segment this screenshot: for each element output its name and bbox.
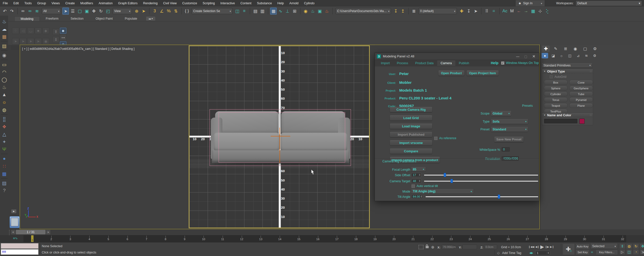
macro-recorder-field[interactable] [1,243,38,249]
camera-target-slider[interactable] [424,179,538,183]
wire-teapot-icon[interactable]: ♨ [2,83,6,91]
menu-group[interactable]: Group [34,0,49,7]
helpers-category[interactable]: ⊿ [575,53,581,58]
spheres-icon[interactable]: ❖ [2,123,6,130]
import-file-icon[interactable]: ↧ [392,8,399,15]
scene-states-icon[interactable]: ▦ [530,8,536,15]
align-icon[interactable]: ≡ [241,8,248,15]
select-by-name-icon[interactable]: ☰ [69,8,76,15]
go-to-end-icon[interactable]: ▶❙ [550,245,554,248]
ring-icon[interactable]: ◉ [42,38,49,45]
disc-tool-icon[interactable]: ◯ [2,76,7,83]
maximize-viewport-icon[interactable]: ⇲ [640,249,644,255]
named-sets-icon[interactable]: { } [184,8,190,15]
view-redo-icon[interactable]: → [523,8,529,15]
select-object-icon[interactable]: ➤ [62,8,69,15]
pick-face-icon[interactable]: ➤ [27,38,34,45]
primitive-button-cone[interactable]: Cone [569,80,593,85]
tilt-angle-spinner[interactable]: 84.00▲▼ [411,195,423,199]
camera-target-spinner[interactable]: 48▲▼ [411,179,421,183]
snap-3d-icon[interactable]: 3 [151,8,158,15]
zoom-extents-all-icon[interactable]: ◍ [626,243,632,249]
ribbon-tab-freeform[interactable]: Freeform [40,16,65,21]
autogrid-checkbox[interactable] [550,75,553,78]
dialog-tab-import[interactable]: Import [377,60,393,66]
set-keys-button[interactable]: ✚⚿ [563,243,575,255]
script-window-icon[interactable]: ▤ [2,179,7,187]
x-coordinate-field[interactable]: 70.956cm [441,245,454,249]
angle-snap-icon[interactable]: ∠ [158,8,165,15]
previous-frame-button[interactable]: < [11,230,15,234]
primitive-button-cylinder[interactable]: Cylinder [544,92,568,96]
dialog-tab-process[interactable]: Process [393,60,412,66]
isolate-ring-icon[interactable]: ⢕ [544,8,550,15]
menu-modifiers[interactable]: Modifiers [77,0,96,7]
as-reference-checkbox[interactable] [434,137,437,140]
render-setup-icon[interactable]: ♨ [309,8,316,15]
mini-curve-editor-icon[interactable]: ≡∿ [13,236,18,240]
pyramid-helper-icon[interactable]: △ [3,130,6,138]
menu-graph-editors[interactable]: Graph Editors [115,0,140,7]
menu-content[interactable]: Content [238,0,254,7]
current-frame-marker[interactable]: 1 [31,235,33,242]
next-frame-button[interactable]: > [46,230,50,234]
mode-dropdown[interactable]: Tilt Angle (deg)▾ [411,189,473,194]
view-undo-icon[interactable]: ← [516,8,522,15]
next-frame-icon[interactable]: ❙▶ [545,245,549,248]
ref-coord-dropdown[interactable]: View▾ [113,8,132,14]
render-teapot-icon[interactable]: ♨ [2,18,6,25]
systems-category[interactable]: ⚙ [591,53,598,58]
motion-tab[interactable]: ◉ [572,46,579,52]
menu-rendering[interactable]: Rendering [140,0,160,7]
load-grid-button[interactable]: Load Grid [390,115,432,121]
rename-objects-icon[interactable]: Ac [502,8,508,15]
unlink-icon[interactable]: ∞ [27,8,33,15]
primitive-button-tube[interactable]: Tube [569,92,593,96]
rect-select-icon[interactable]: ▢ [76,8,83,15]
menu-help[interactable]: Help [275,0,287,7]
ribbon-tab-modeling[interactable]: Modeling [14,16,40,21]
menu-views[interactable]: Views [49,0,63,7]
viewport-label[interactable]: [ + ] [ ed83d860062d4a26ab7ceb5305a9647a… [22,47,135,51]
modifier-up-icon[interactable]: ⇧ [52,28,59,35]
mountain-tool-icon[interactable]: ▲ [2,91,7,98]
dialog-tab-product-data[interactable]: Product Data [412,60,437,66]
scene-explorer-icon[interactable]: ▤ [252,8,259,15]
help-link[interactable]: Help [491,61,498,65]
menu-civil-view[interactable]: Civil View [160,0,179,7]
absolute-mode-icon[interactable]: ⊕ [431,245,434,249]
auto-vertical-tilt-checkbox[interactable] [412,185,415,188]
menu-substance[interactable]: Substance [254,0,275,7]
zoom-region-icon[interactable]: ↻ [633,243,639,249]
selection-lock-icon[interactable] [426,246,429,248]
time-slider[interactable]: 1 / 31 [16,230,46,234]
menu-edit[interactable]: Edit [11,0,22,7]
auto-key-button[interactable]: Auto Key [576,244,590,249]
object-type-rollout-header[interactable]: ▼ Object Type ∷ [542,69,593,74]
import-vrscene-button[interactable]: Import vrscene [390,140,432,145]
dialog-tab-publish[interactable]: Publish [455,60,473,66]
whitespace-field[interactable]: 0 [502,147,510,152]
zoom-icon[interactable]: ⇕ [619,243,625,249]
preset-dropdown[interactable]: Standard▾ [491,127,528,132]
menu-arnold[interactable]: Arnold [287,0,301,7]
select-in-layer-icon[interactable]: ➤ [472,8,479,15]
vertex-mode-icon[interactable]: ⁘ [12,27,19,34]
primitive-button-plane[interactable]: Plane [569,103,593,108]
add-to-layer-icon[interactable]: ✚ [458,8,465,15]
primitive-button-torus[interactable]: Torus [544,97,568,102]
tilt-angle-slider[interactable] [426,195,538,199]
dope-sheet-icon[interactable]: ⊥ [284,8,291,15]
pick-edge-icon[interactable]: ➤ [20,38,27,45]
modifier-down-icon[interactable]: ⇩ [52,36,59,43]
primitives-category-dropdown[interactable]: Standard Primitives▾ [542,63,592,67]
new-key-mode-icon[interactable]: ≍ [591,250,593,254]
name-color-rollout-header[interactable]: ▼ Name and Color ∷ [542,113,593,118]
select-manipulate-icon[interactable]: ➤ [140,8,147,15]
export-file-icon[interactable]: ↥ [399,8,406,15]
go-to-start-icon[interactable]: ❙◀◀ [528,245,534,248]
redo-icon[interactable]: ↷ [9,8,15,15]
material-editor-icon[interactable]: ◉ [302,8,309,15]
close-button[interactable]: ✕ [530,54,538,59]
sphere-array-icon[interactable]: ⣿ [3,115,6,123]
